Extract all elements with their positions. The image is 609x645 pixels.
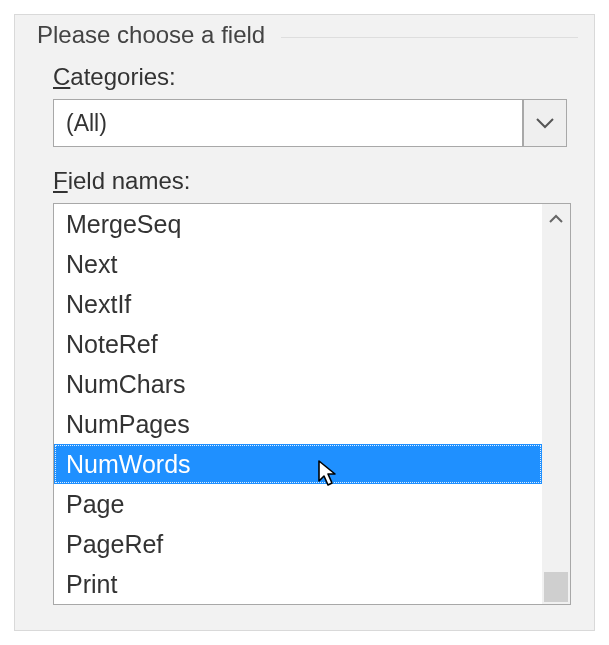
categories-dropdown-button[interactable] [523,99,567,147]
list-item[interactable]: NumWords [54,444,542,484]
fieldnames-scrollbar[interactable] [542,204,570,604]
fieldnames-label-text: ield names: [68,167,191,194]
list-item[interactable]: Print [54,564,542,604]
list-item[interactable]: NumChars [54,364,542,404]
fieldnames-listbox[interactable]: MergeSeqNextNextIfNoteRefNumCharsNumPage… [53,203,571,605]
fieldnames-list: MergeSeqNextNextIfNoteRefNumCharsNumPage… [54,204,542,604]
scroll-track[interactable] [542,234,570,604]
categories-combobox[interactable]: (All) [53,99,567,147]
categories-mnemonic: C [53,63,70,90]
fieldnames-viewport: MergeSeqNextNextIfNoteRefNumCharsNumPage… [54,204,542,604]
list-item[interactable]: NextIf [54,284,542,324]
categories-label: Categories: [53,63,570,91]
chevron-up-icon [549,214,563,224]
chevron-down-icon [536,117,554,129]
list-item[interactable]: MergeSeq [54,204,542,244]
categories-label-text: ategories: [70,63,175,90]
panel-content: Categories: (All) Field names: MergeSeqN… [35,63,574,605]
list-item[interactable]: Next [54,244,542,284]
fieldnames-label: Field names: [53,167,570,195]
field-chooser-panel: Please choose a field Categories: (All) … [14,14,595,631]
categories-selected-value[interactable]: (All) [53,99,523,147]
legend-rule [281,37,578,38]
fieldnames-mnemonic: F [53,167,68,194]
scroll-thumb[interactable] [544,572,568,602]
panel-legend: Please choose a field [33,21,269,49]
list-item[interactable]: NumPages [54,404,542,444]
scroll-up-button[interactable] [542,204,570,234]
list-item[interactable]: Page [54,484,542,524]
list-item[interactable]: NoteRef [54,324,542,364]
list-item[interactable]: PageRef [54,524,542,564]
